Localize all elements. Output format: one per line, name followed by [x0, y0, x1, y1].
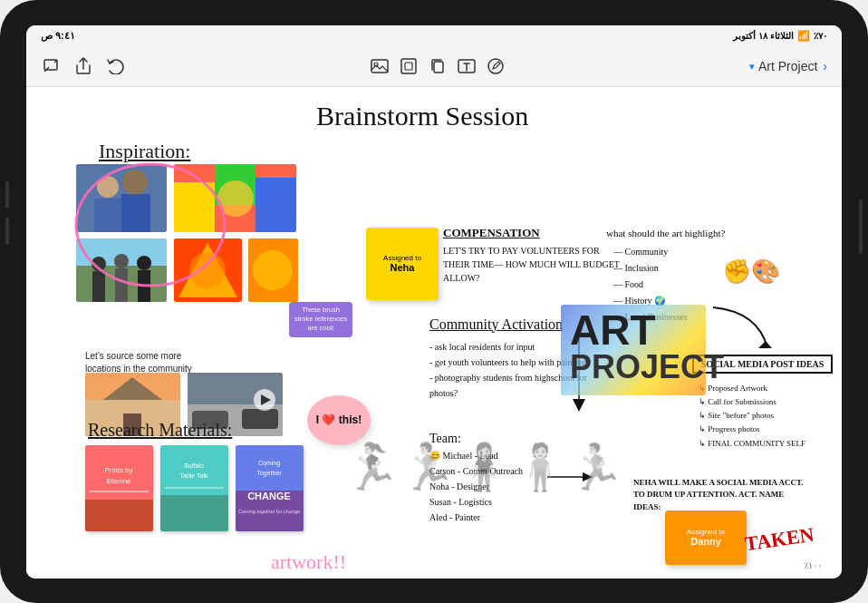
svg-point-9 [488, 59, 503, 73]
svg-rect-3 [371, 60, 388, 73]
svg-marker-62 [573, 399, 585, 412]
svg-rect-6 [405, 63, 412, 70]
svg-point-32 [253, 250, 293, 290]
social-media-list: ↳ Proposed Artwork ↳ Call for Submission… [699, 382, 805, 451]
photo-shapes [174, 238, 242, 302]
art-project-text: ART PROJECT [570, 309, 724, 384]
svg-rect-14 [121, 194, 150, 232]
brush-note: These brush stroke references are cool! [289, 302, 352, 337]
book-change: Coming Together CHANGE Coming together f… [236, 445, 304, 531]
svg-rect-16 [174, 182, 215, 232]
photo-people-2 [76, 238, 167, 302]
text-insert-icon[interactable] [457, 56, 477, 76]
book-1: Prints by Etienne [85, 445, 153, 531]
svg-text:Buffalo: Buffalo [184, 462, 204, 469]
svg-rect-47 [85, 500, 153, 531]
svg-text:Coming together for change: Coming together for change [238, 509, 300, 514]
community-activation-heading: Community Activation [429, 316, 563, 333]
svg-text:Table Talk: Table Talk [179, 472, 208, 479]
svg-point-26 [137, 256, 151, 270]
duplicate-icon[interactable] [428, 56, 448, 76]
sticky-assigned-danny[interactable]: Assigned to Danny [665, 511, 747, 565]
sticky-label-danny: Assigned to [687, 528, 725, 536]
notebook-name-button[interactable]: ▾ Art Project [749, 59, 817, 73]
zoom-level: ٪١٠٠ [800, 559, 825, 571]
sticky-label-neha: Assigned to [383, 254, 421, 262]
toolbar: ▾ Art Project › [26, 47, 842, 87]
battery-display: ٪۷۰ [814, 31, 827, 41]
pen-draw-icon[interactable] [486, 56, 506, 76]
svg-rect-50 [90, 491, 149, 492]
doodle-figures: 🏃‍♀️🏃🧍‍♀️🧍🏃‍♂️ [343, 441, 624, 493]
sticky-name-neha: Neha [391, 262, 415, 273]
svg-rect-25 [115, 268, 128, 302]
photo-mural [174, 164, 296, 232]
i-love-this-bubble: I ❤️ this! [307, 395, 371, 445]
inspiration-heading: Inspiration: [99, 140, 190, 163]
insert-object-icon[interactable] [399, 56, 419, 76]
svg-text:Prints by: Prints by [104, 466, 132, 474]
toolbar-left [41, 56, 126, 76]
svg-rect-52 [160, 495, 228, 531]
neha-note: NEHA WILL MAKE A SOCIAL MEDIA ACCT. TO D… [633, 477, 805, 514]
compensation-body: LET'S TRY TO PAY VOLUNTEERS FOR THEIR TI… [443, 244, 624, 285]
compensation-block: COMPENSATION LET'S TRY TO PAY VOLUNTEERS… [443, 226, 624, 285]
svg-text:Etienne: Etienne [106, 477, 131, 485]
svg-rect-5 [401, 59, 416, 73]
svg-marker-44 [758, 341, 772, 348]
taken-text: TAKEN [744, 522, 815, 555]
svg-text:CHANGE: CHANGE [247, 491, 291, 501]
ipad-frame: ٩:٤١ ص الثلاثاء ١٨ أكتوبر 📶 ٪۷۰ [0, 0, 868, 603]
status-right: الثلاثاء ١٨ أكتوبر 📶 ٪۷۰ [733, 30, 827, 42]
canvas-area[interactable]: Brainstorm Session Inspiration: [26, 87, 842, 579]
undo-icon[interactable] [106, 56, 126, 76]
research-materials-heading: Research Materials: [88, 420, 232, 441]
volume-down-button[interactable] [5, 218, 9, 245]
insert-image-icon[interactable] [370, 56, 390, 76]
book-2: Buffalo Table Talk [160, 445, 228, 531]
status-left: ٩:٤١ ص [41, 30, 75, 42]
compose-icon[interactable] [41, 56, 61, 76]
photo-orange [248, 238, 298, 302]
svg-rect-18 [256, 178, 296, 232]
toolbar-right: ▾ Art Project › [749, 59, 827, 73]
notebook-chevron[interactable]: › [823, 59, 827, 73]
svg-rect-55 [165, 487, 224, 489]
book-thumbnails: Prints by Etienne Buffalo Table Talk [85, 445, 304, 531]
svg-rect-13 [94, 199, 121, 232]
time-display: ٩:٤١ ص [41, 30, 75, 42]
bottom-scribble: artwork!! [271, 550, 346, 574]
svg-rect-41 [242, 409, 278, 429]
sticky-assigned-neha[interactable]: Assigned to Neha [366, 228, 439, 300]
ipad-screen: ٩:٤١ ص الثلاثاء ١٨ أكتوبر 📶 ٪۷۰ [26, 25, 842, 579]
date-display: الثلاثاء ١٨ أكتوبر [733, 31, 794, 41]
art-highlight-question: what should the art highlight? [606, 228, 725, 238]
svg-point-30 [189, 252, 226, 288]
svg-text:Coming: Coming [258, 460, 280, 467]
svg-rect-27 [138, 270, 150, 302]
svg-point-19 [217, 180, 254, 217]
brainstorm-title: Brainstorm Session [316, 101, 528, 131]
wifi-icon: 📶 [797, 30, 810, 42]
volume-up-button[interactable] [5, 181, 9, 209]
status-bar: ٩:٤١ ص الثلاثاء ١٨ أكتوبر 📶 ٪۷۰ [26, 25, 842, 47]
share-icon[interactable] [73, 56, 93, 76]
svg-point-12 [122, 170, 148, 195]
fist-emoji: ✊🎨 [722, 258, 780, 286]
svg-text:Together: Together [256, 470, 282, 477]
svg-point-22 [92, 257, 106, 271]
svg-rect-7 [434, 62, 443, 73]
toolbar-center [370, 56, 506, 76]
photo-people-1 [76, 164, 167, 232]
compensation-heading: COMPENSATION [443, 226, 624, 240]
svg-rect-23 [92, 271, 105, 302]
sticky-name-danny: Danny [690, 536, 721, 547]
notebook-title: Art Project [758, 59, 817, 73]
power-button[interactable] [859, 199, 863, 254]
svg-point-24 [114, 254, 129, 268]
photo-collage [76, 164, 303, 327]
svg-point-11 [97, 176, 119, 198]
